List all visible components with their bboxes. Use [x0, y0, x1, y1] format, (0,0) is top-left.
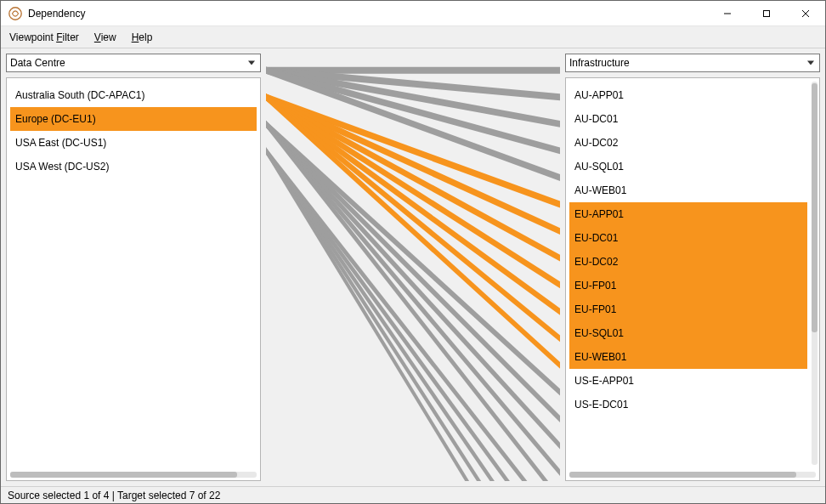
- target-list-item[interactable]: AU-WEB01: [569, 178, 807, 202]
- source-panel: Data Centre Australia South (DC-APAC1)Eu…: [6, 54, 261, 481]
- minimize-button[interactable]: [708, 1, 747, 26]
- target-list-item[interactable]: EU-FP01: [569, 297, 807, 321]
- source-listbox[interactable]: Australia South (DC-APAC1)Europe (DC-EU1…: [6, 77, 261, 481]
- dependency-canvas: [266, 54, 560, 481]
- main-content: Data Centre Australia South (DC-APAC1)Eu…: [1, 48, 825, 486]
- app-icon: [8, 6, 23, 21]
- source-list-item[interactable]: USA East (DC-US1): [10, 131, 257, 155]
- h-scrollbar[interactable]: [566, 468, 819, 480]
- svg-marker-20: [266, 121, 560, 476]
- target-list-item[interactable]: AU-APP01: [569, 83, 807, 107]
- target-concept-combo[interactable]: Infrastructure: [565, 54, 820, 72]
- status-text: Source selected 1 of 4 | Target selected…: [8, 490, 220, 501]
- target-list-item[interactable]: EU-DC02: [569, 250, 807, 274]
- menu-item[interactable]: Help: [132, 31, 153, 43]
- combo-value: Data Centre: [10, 57, 65, 69]
- close-button[interactable]: [786, 1, 825, 26]
- target-list-item[interactable]: EU-FP01: [569, 274, 807, 297]
- maximize-button[interactable]: [747, 1, 786, 26]
- window-title: Dependency: [28, 8, 85, 20]
- target-list-item[interactable]: EU-APP01: [569, 202, 807, 226]
- source-list-item[interactable]: Europe (DC-EU1): [10, 107, 257, 131]
- v-scrollbar[interactable]: [812, 82, 818, 465]
- target-list-item[interactable]: AU-SQL01: [569, 155, 807, 178]
- target-panel: Infrastructure AU-APP01AU-DC01AU-DC02AU-…: [565, 54, 820, 481]
- source-concept-combo[interactable]: Data Centre: [6, 54, 261, 72]
- target-list-item[interactable]: US-E-DC01: [569, 393, 807, 416]
- status-bar: Source selected 1 of 4 | Target selected…: [1, 486, 825, 503]
- h-scrollbar[interactable]: [7, 468, 260, 480]
- target-list-item[interactable]: EU-SQL01: [569, 321, 807, 345]
- svg-marker-19: [266, 121, 560, 450]
- dependency-lines: [266, 54, 560, 481]
- menu-item[interactable]: View: [94, 31, 116, 43]
- combo-value: Infrastructure: [569, 57, 630, 69]
- source-list-item[interactable]: Australia South (DC-APAC1): [10, 83, 257, 107]
- menu-item[interactable]: Viewpoint Filter: [9, 31, 79, 43]
- window-titlebar: Dependency: [1, 1, 825, 26]
- source-list-item[interactable]: USA West (DC-US2): [10, 155, 257, 178]
- svg-point-0: [9, 7, 21, 19]
- target-list-item[interactable]: AU-DC02: [569, 131, 807, 155]
- target-list-item[interactable]: EU-DC01: [569, 226, 807, 250]
- target-list-item[interactable]: EU-WEB01: [569, 345, 807, 369]
- target-listbox[interactable]: AU-APP01AU-DC01AU-DC02AU-SQL01AU-WEB01EU…: [565, 77, 820, 481]
- svg-rect-2: [764, 10, 770, 16]
- target-list-item[interactable]: AU-DC01: [569, 107, 807, 131]
- menubar: Viewpoint FilterViewHelp: [1, 26, 825, 48]
- target-list-item[interactable]: US-E-APP01: [569, 369, 807, 393]
